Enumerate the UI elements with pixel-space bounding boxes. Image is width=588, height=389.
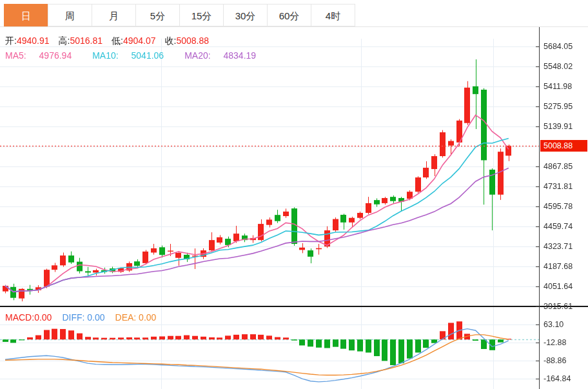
axis-tick bbox=[536, 361, 539, 361]
axis-tick bbox=[536, 106, 539, 107]
axis-tick bbox=[536, 266, 539, 267]
candlestick-chart-canvas[interactable] bbox=[0, 27, 539, 306]
ma-header: MA5: 4976.94MA10: 5041.06MA20: 4834.19 bbox=[5, 50, 277, 61]
ma20-value: MA20: 4834.19 bbox=[184, 50, 266, 61]
tab-month[interactable]: 月 bbox=[92, 4, 136, 26]
low-value: 4904.07 bbox=[123, 35, 156, 46]
low-label: 低: bbox=[112, 35, 123, 46]
ma5-value: MA5: 4976.94 bbox=[5, 50, 82, 61]
axis-tick bbox=[536, 166, 539, 167]
axis-tick bbox=[536, 66, 539, 67]
y-axis-line bbox=[539, 27, 540, 389]
high-label: 高: bbox=[59, 35, 70, 46]
axis-label: 5684.05 bbox=[544, 41, 573, 52]
tab-week[interactable]: 周 bbox=[48, 4, 92, 26]
ohlc-header: 开:4940.91高:5016.81低:4904.07收:5008.88 bbox=[5, 35, 218, 47]
open-label: 开: bbox=[5, 35, 17, 46]
macd-value: MACD:0.00 bbox=[5, 312, 52, 323]
axis-label: -164.84 bbox=[544, 374, 571, 384]
tab-5min[interactable]: 5分 bbox=[135, 4, 180, 26]
axis-tick bbox=[536, 379, 539, 379]
panel-divider bbox=[0, 306, 588, 307]
axis-label: 5411.98 bbox=[544, 81, 572, 92]
tab-4hour[interactable]: 4时 bbox=[311, 4, 355, 26]
tab-day[interactable]: 日 bbox=[4, 4, 48, 26]
open-value: 4940.91 bbox=[17, 35, 50, 46]
axis-label: 4187.68 bbox=[544, 261, 573, 272]
axis-tick bbox=[536, 343, 539, 343]
axis-label: 5548.02 bbox=[544, 61, 573, 72]
axis-label: 4459.74 bbox=[544, 221, 573, 232]
diff-value: DIFF: 0.00 bbox=[62, 312, 104, 323]
tab-60min[interactable]: 60分 bbox=[267, 4, 311, 26]
axis-label: 4867.85 bbox=[544, 161, 573, 172]
current-price-tag: 5008.88 bbox=[540, 140, 587, 152]
close-label: 收: bbox=[165, 35, 177, 46]
axis-label: 63.10 bbox=[544, 319, 564, 330]
axis-tick bbox=[536, 286, 539, 287]
axis-tick bbox=[536, 126, 539, 127]
axis-label: 4323.71 bbox=[544, 241, 573, 252]
dea-value: DEA: 0.00 bbox=[115, 312, 157, 323]
kline-chart-app: 日周月5分15分30分60分4时 开:4940.91高:5016.81低:490… bbox=[0, 0, 588, 389]
axis-tick bbox=[536, 206, 539, 207]
period-tabbar: 日周月5分15分30分60分4时 bbox=[0, 0, 588, 27]
axis-label: 5139.91 bbox=[544, 121, 573, 132]
tab-30min[interactable]: 30分 bbox=[223, 4, 268, 26]
axis-tick bbox=[536, 86, 539, 87]
axis-label: -12.88 bbox=[544, 337, 566, 348]
axis-tick bbox=[536, 226, 539, 227]
axis-tick bbox=[536, 186, 539, 187]
axis-label: -88.86 bbox=[544, 355, 566, 366]
axis-label: 4051.64 bbox=[544, 281, 573, 292]
close-value: 5008.88 bbox=[176, 35, 209, 46]
axis-tick bbox=[536, 324, 539, 325]
axis-label: 4731.81 bbox=[544, 181, 573, 192]
tab-15min[interactable]: 15分 bbox=[179, 4, 224, 26]
axis-label: 5275.95 bbox=[544, 101, 573, 112]
axis-tick bbox=[536, 306, 539, 307]
high-value: 5016.81 bbox=[70, 35, 103, 46]
axis-tick bbox=[536, 46, 539, 47]
macd-header: MACD:0.00DIFF: 0.00DEA: 0.00 bbox=[5, 312, 156, 323]
axis-label: 3915.61 bbox=[544, 301, 573, 312]
axis-tick bbox=[536, 246, 539, 247]
ma10-value: MA10: 5041.06 bbox=[92, 50, 174, 61]
axis-label: 4595.78 bbox=[544, 201, 573, 212]
